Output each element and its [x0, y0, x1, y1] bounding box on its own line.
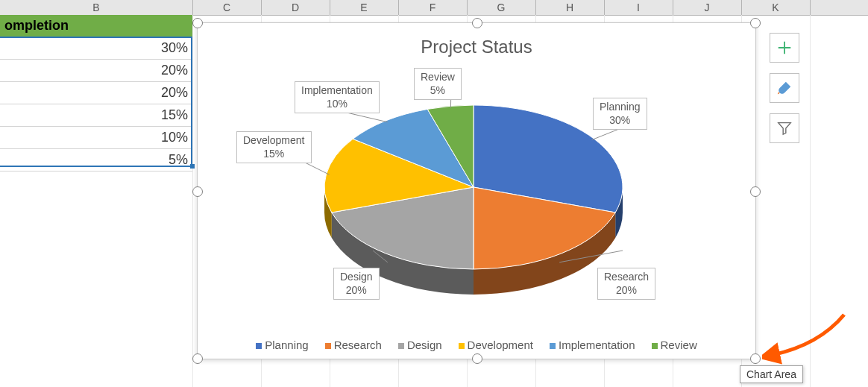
table-row[interactable]: 10% — [0, 127, 192, 149]
legend-item[interactable]: Implementation — [550, 339, 635, 351]
col-header[interactable]: G — [467, 0, 536, 15]
data-label-implementation[interactable]: Implementation10% — [295, 81, 380, 113]
svg-line-4 — [347, 113, 388, 122]
fill-handle[interactable] — [190, 164, 195, 169]
table-cell[interactable]: 20% — [0, 60, 192, 81]
table-row[interactable]: 20% — [0, 60, 192, 82]
table-row[interactable]: 30% — [0, 37, 192, 60]
resize-handle[interactable] — [750, 18, 761, 28]
table-row[interactable]: 20% — [0, 82, 192, 104]
plus-icon — [776, 40, 793, 56]
table-header-cell[interactable]: ompletion — [0, 15, 192, 37]
chart-styles-button[interactable] — [770, 73, 799, 103]
column-header-row: B C D E F G H I J K — [0, 0, 868, 16]
resize-handle[interactable] — [192, 353, 203, 364]
annotation-arrow-icon — [762, 310, 852, 370]
resize-handle[interactable] — [472, 353, 482, 364]
chart-title[interactable]: Project Status — [198, 37, 755, 57]
legend-item[interactable]: Design — [398, 339, 442, 351]
col-header[interactable]: J — [673, 0, 742, 15]
chart-tools — [770, 33, 799, 143]
legend-label: Development — [468, 339, 533, 351]
legend-item[interactable]: Development — [459, 339, 533, 351]
chart-filter-button[interactable] — [770, 113, 799, 143]
table-row[interactable]: 5% — [0, 149, 192, 172]
legend-item[interactable]: Planning — [256, 339, 308, 351]
col-header[interactable]: F — [398, 0, 468, 15]
data-table[interactable]: ompletion 30% 20% 20% 15% 10% 5% — [0, 15, 192, 172]
legend-label: Review — [661, 339, 697, 351]
col-header[interactable]: H — [535, 0, 605, 15]
legend-label: Research — [334, 339, 382, 351]
table-row[interactable]: 15% — [0, 104, 192, 127]
data-label-development[interactable]: Development15% — [236, 131, 312, 163]
data-label-research[interactable]: Research20% — [597, 268, 655, 300]
col-header[interactable]: K — [741, 0, 811, 15]
chart-object[interactable]: Project Status Planning30% Research20% D… — [197, 22, 756, 359]
table-cell[interactable]: 10% — [0, 127, 192, 148]
col-header[interactable]: E — [330, 0, 399, 15]
table-cell[interactable]: 30% — [0, 37, 192, 59]
legend-label: Design — [407, 339, 442, 351]
chart-elements-button[interactable] — [770, 33, 799, 63]
resize-handle[interactable] — [192, 18, 203, 28]
data-label-review[interactable]: Review5% — [414, 68, 462, 100]
data-label-design[interactable]: Design20% — [333, 268, 380, 300]
data-label-planning[interactable]: Planning30% — [593, 98, 647, 130]
table-cell[interactable]: 20% — [0, 82, 192, 104]
brush-icon — [776, 80, 793, 96]
col-header[interactable]: D — [261, 0, 330, 15]
col-header[interactable]: I — [604, 0, 673, 15]
resize-handle[interactable] — [472, 18, 482, 28]
legend-item[interactable]: Research — [325, 339, 382, 351]
legend-label: Planning — [265, 339, 308, 351]
funnel-icon — [776, 120, 793, 136]
chart-legend[interactable]: Planning Research Design Development Imp… — [198, 339, 755, 351]
table-cell[interactable]: 5% — [0, 149, 192, 171]
table-header-row[interactable]: ompletion — [0, 15, 192, 37]
chart-area-tooltip: Chart Area — [740, 365, 803, 383]
legend-item[interactable]: Review — [652, 339, 697, 351]
legend-label: Implementation — [559, 339, 635, 351]
table-cell[interactable]: 15% — [0, 104, 192, 126]
resize-handle[interactable] — [750, 186, 761, 197]
resize-handle[interactable] — [750, 353, 761, 364]
col-header[interactable]: C — [192, 0, 262, 15]
col-header[interactable]: B — [0, 0, 193, 15]
resize-handle[interactable] — [192, 186, 203, 197]
